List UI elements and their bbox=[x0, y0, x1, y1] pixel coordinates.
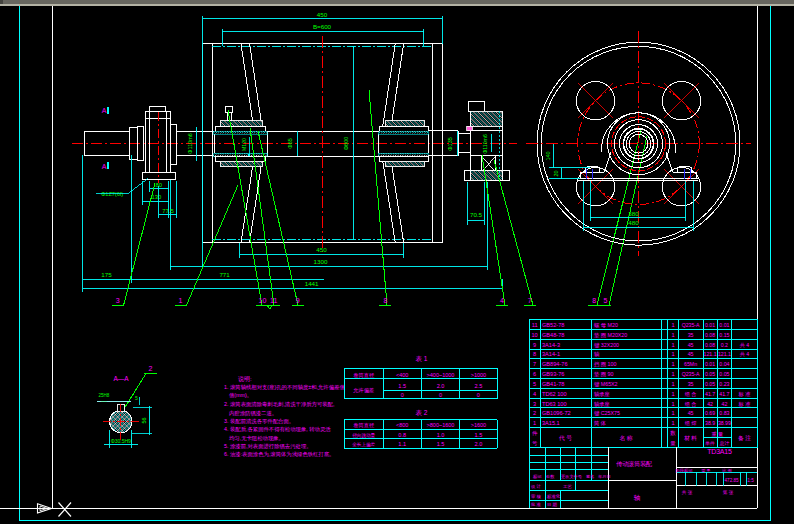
svg-text:Φ110m6: Φ110m6 bbox=[482, 134, 488, 154]
svg-text:组 合: 组 合 bbox=[685, 401, 697, 408]
svg-text:键 C25X75: 键 C25X75 bbox=[594, 410, 620, 417]
svg-text:25H8: 25H8 bbox=[99, 393, 110, 398]
svg-text:56: 56 bbox=[141, 417, 147, 423]
svg-text:2.0: 2.0 bbox=[475, 441, 483, 447]
svg-text:130: 130 bbox=[152, 194, 162, 200]
svg-text:0.01: 0.01 bbox=[705, 322, 715, 328]
svg-text:备 注: 备 注 bbox=[738, 435, 751, 442]
svg-text:175: 175 bbox=[101, 271, 112, 278]
svg-text:轴承座: 轴承座 bbox=[594, 391, 610, 398]
svg-text:65Mn: 65Mn bbox=[684, 361, 697, 367]
svg-text:1:5: 1:5 bbox=[747, 478, 754, 483]
svg-text:1: 1 bbox=[671, 332, 674, 338]
svg-text:挡 圈 100: 挡 圈 100 bbox=[594, 361, 616, 368]
svg-text:A—A: A—A bbox=[113, 375, 129, 382]
svg-text:1: 1 bbox=[671, 361, 674, 367]
svg-text:0.2: 0.2 bbox=[721, 342, 728, 348]
svg-text:45: 45 bbox=[688, 342, 694, 348]
svg-text:<400: <400 bbox=[396, 372, 408, 378]
svg-text:1: 1 bbox=[671, 410, 674, 416]
svg-text:0.05: 0.05 bbox=[719, 371, 729, 377]
svg-text:Φ600: Φ600 bbox=[343, 137, 349, 151]
svg-text:0.08: 0.08 bbox=[705, 332, 715, 338]
svg-text:11: 11 bbox=[532, 322, 538, 328]
svg-text:1: 1 bbox=[179, 297, 183, 304]
svg-text:5: 5 bbox=[533, 381, 536, 387]
svg-text:值(mm)。: 值(mm)。 bbox=[229, 392, 252, 398]
svg-text:号: 号 bbox=[532, 440, 538, 446]
svg-text:传动滚筒装配: 传动滚筒装配 bbox=[616, 460, 652, 468]
svg-text:7: 7 bbox=[528, 297, 532, 304]
svg-text:0.01: 0.01 bbox=[719, 322, 729, 328]
svg-text:GB52-78: GB52-78 bbox=[542, 322, 564, 328]
svg-text:0.83: 0.83 bbox=[719, 410, 729, 416]
svg-text:7: 7 bbox=[533, 361, 536, 367]
svg-text:1: 1 bbox=[671, 322, 674, 328]
svg-text:M120: M120 bbox=[241, 138, 247, 151]
svg-text:键 32X200: 键 32X200 bbox=[594, 342, 619, 349]
svg-text:处数: 处数 bbox=[546, 474, 555, 479]
svg-text:Q235-A: Q235-A bbox=[682, 322, 700, 328]
svg-text:4. 装配后,各紧固件不得有松动现象, 转动灵活: 4. 装配后,各紧固件不得有松动现象, 转动灵活 bbox=[224, 426, 331, 433]
svg-text:内腔涂防锈漆二道。: 内腔涂防锈漆二道。 bbox=[229, 410, 277, 417]
svg-text:TD63 100: TD63 100 bbox=[542, 401, 567, 407]
svg-text:标 准: 标 准 bbox=[738, 401, 751, 408]
svg-text:3: 3 bbox=[116, 297, 120, 304]
svg-text:3A14-1: 3A14-1 bbox=[542, 351, 560, 357]
svg-text:0.23: 0.23 bbox=[719, 381, 729, 387]
svg-text:1: 1 bbox=[671, 381, 674, 387]
svg-text:垫 圈 M20X20: 垫 圈 M20X20 bbox=[594, 332, 627, 339]
svg-text:0.01: 0.01 bbox=[705, 361, 715, 367]
svg-text:批 准: 批 准 bbox=[530, 502, 542, 507]
svg-text:20: 20 bbox=[553, 170, 559, 176]
svg-text:35: 35 bbox=[688, 332, 694, 338]
svg-text:2. 滚筒表面清除毒刺毛刺,清洗干净后方可装配,: 2. 滚筒表面清除毒刺毛刺,清洗干净后方可装配, bbox=[224, 401, 334, 408]
svg-text:标准化: 标准化 bbox=[547, 493, 561, 500]
svg-text:1. 滚筒轴线相对支(座)孔的不同轴度±和,允许偏差值: 1. 滚筒轴线相对支(座)孔的不同轴度±和,允许偏差值 bbox=[224, 384, 345, 391]
svg-text:380: 380 bbox=[628, 210, 639, 217]
svg-text:>400~1000: >400~1000 bbox=[427, 372, 455, 378]
svg-text:140: 140 bbox=[545, 151, 551, 160]
svg-text:0.08: 0.08 bbox=[705, 342, 715, 348]
svg-text:组 合: 组 合 bbox=[685, 391, 697, 398]
svg-text:组 焊: 组 焊 bbox=[685, 420, 698, 426]
svg-text:0: 0 bbox=[439, 392, 442, 398]
svg-text:>800~1600: >800~1600 bbox=[427, 422, 455, 428]
svg-text:材 料: 材 料 bbox=[683, 435, 697, 442]
svg-text:2: 2 bbox=[149, 365, 153, 372]
svg-text:1: 1 bbox=[671, 391, 674, 397]
svg-text:1.0: 1.0 bbox=[437, 432, 445, 438]
svg-text:3A15.1: 3A15.1 bbox=[542, 420, 560, 426]
svg-text:1: 1 bbox=[671, 351, 674, 357]
svg-text:总计: 总计 bbox=[720, 441, 730, 446]
svg-text:Φ65: Φ65 bbox=[287, 138, 293, 149]
svg-text:5: 5 bbox=[135, 395, 138, 401]
svg-text:Φ135: Φ135 bbox=[447, 137, 453, 151]
svg-text:GB48-78: GB48-78 bbox=[542, 332, 564, 338]
svg-text:轴承座: 轴承座 bbox=[594, 401, 610, 408]
svg-text:Φ30.5H9: Φ30.5H9 bbox=[111, 438, 131, 444]
svg-text:0.05: 0.05 bbox=[705, 371, 715, 377]
svg-text:键 M65X2: 键 M65X2 bbox=[594, 381, 618, 388]
svg-text:35: 35 bbox=[688, 381, 694, 387]
svg-text:1.1: 1.1 bbox=[398, 441, 406, 447]
svg-text:38.9: 38.9 bbox=[705, 420, 715, 426]
svg-text:10: 10 bbox=[531, 332, 537, 338]
svg-text:螺 母 M20: 螺 母 M20 bbox=[594, 322, 618, 329]
svg-text:6. 油漆:表面涂色为,滚筒体为浅绿色铁红打底。: 6. 油漆:表面涂色为,滚筒体为浅绿色铁红打底。 bbox=[224, 451, 334, 458]
svg-text:1: 1 bbox=[671, 401, 674, 407]
svg-text:GB894-76: GB894-76 bbox=[542, 361, 568, 367]
svg-text:11: 11 bbox=[270, 297, 277, 304]
svg-text:表 2: 表 2 bbox=[416, 409, 428, 416]
svg-text:更改文件号: 更改文件号 bbox=[561, 474, 583, 479]
svg-text:GB93-76: GB93-76 bbox=[542, 371, 564, 377]
svg-text:轴: 轴 bbox=[594, 351, 599, 358]
svg-text:1441: 1441 bbox=[305, 280, 319, 287]
svg-text:代 号: 代 号 bbox=[558, 435, 572, 441]
svg-text:量: 量 bbox=[670, 440, 676, 446]
svg-text:0.69: 0.69 bbox=[705, 410, 715, 416]
svg-text:标 准: 标 准 bbox=[738, 391, 751, 398]
svg-text:1300: 1300 bbox=[314, 258, 328, 265]
svg-text:允许偏差: 允许偏差 bbox=[353, 387, 374, 394]
svg-text:轴: 轴 bbox=[634, 494, 641, 502]
